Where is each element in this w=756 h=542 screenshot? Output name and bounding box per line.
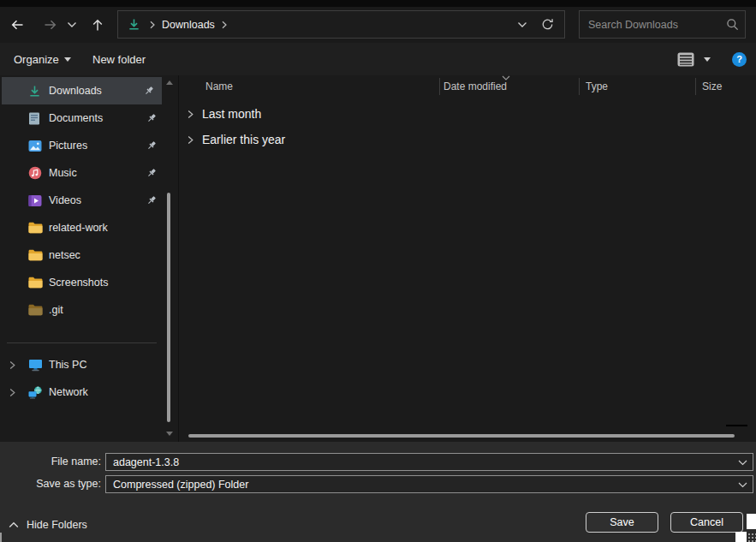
breadcrumb-location[interactable]: Downloads	[162, 19, 215, 31]
chevron-right-icon[interactable]	[187, 110, 194, 119]
chevron-up-icon	[9, 521, 19, 528]
up-button[interactable]	[88, 16, 107, 33]
sidebar-item-label: Documents	[49, 112, 103, 124]
sidebar-item-label: Pictures	[49, 140, 87, 152]
column-separator[interactable]	[579, 78, 580, 95]
column-header-size[interactable]: Size	[702, 80, 722, 92]
column-header-type[interactable]: Type	[586, 80, 608, 92]
folder-icon	[28, 249, 44, 261]
sidebar-item-git[interactable]: .git	[0, 296, 164, 324]
help-button[interactable]: ?	[732, 43, 747, 75]
sidebar-item-label: Videos	[49, 194, 81, 206]
back-arrow-icon	[10, 18, 25, 32]
hide-folders-button[interactable]: Hide Folders	[9, 517, 87, 533]
sidebar-item-downloads[interactable]: Downloads	[2, 77, 162, 104]
pin-icon	[146, 168, 157, 178]
refresh-icon[interactable]	[541, 18, 554, 31]
save-as-type-label: Save as type:	[0, 475, 101, 493]
command-bar: Organize New folder ?	[0, 43, 756, 75]
view-options-dropdown[interactable]	[704, 43, 711, 75]
sidebar-item-screenshots[interactable]: Screenshots	[0, 269, 164, 296]
main-area: Downloads Documents Pictures	[0, 75, 756, 442]
documents-icon	[28, 112, 44, 125]
chevron-right-icon[interactable]	[9, 360, 16, 370]
background-window-artifact	[747, 514, 756, 529]
save-button[interactable]: Save	[586, 512, 658, 533]
file-name-input[interactable]	[113, 456, 734, 468]
sidebar-item-label: netsec	[49, 249, 80, 261]
scrollbar-thumb[interactable]	[167, 193, 170, 422]
background-window-artifact	[0, 533, 2, 542]
file-name-combobox[interactable]	[105, 453, 753, 471]
hidden-folder-icon	[28, 304, 44, 316]
sidebar-item-this-pc[interactable]: This PC	[0, 351, 164, 378]
recent-locations-button[interactable]	[65, 16, 79, 33]
breadcrumb-chevron-icon	[149, 21, 156, 29]
sidebar-item-label: Screenshots	[49, 277, 108, 289]
file-name-label: File name:	[0, 453, 101, 471]
group-row-earlier-this-year[interactable]: Earlier this year	[180, 129, 285, 150]
navigation-toolbar: Downloads	[0, 7, 756, 43]
save-as-type-select[interactable]: Compressed (zipped) Folder	[105, 475, 753, 493]
folder-icon	[28, 277, 44, 289]
group-label: Earlier this year	[202, 133, 285, 146]
pane-divider	[178, 75, 179, 442]
details-view-icon	[677, 52, 694, 67]
cancel-button[interactable]: Cancel	[670, 512, 743, 533]
search-input[interactable]	[588, 19, 726, 31]
organize-button[interactable]: Organize	[14, 43, 71, 75]
address-history-chevron-icon[interactable]	[517, 21, 527, 28]
chevron-down-icon[interactable]	[738, 460, 747, 466]
change-view-button[interactable]	[677, 43, 694, 75]
window-top-edge	[0, 0, 756, 7]
pin-icon	[146, 195, 157, 205]
new-folder-button[interactable]: New folder	[92, 43, 146, 75]
group-row-last-month[interactable]: Last month	[180, 104, 261, 124]
sidebar-item-videos[interactable]: Videos	[0, 187, 164, 214]
up-arrow-icon	[91, 18, 104, 33]
downloads-icon	[28, 85, 44, 98]
scrollbar-end-mark	[726, 425, 747, 426]
sidebar-scrollbar[interactable]	[165, 75, 173, 442]
sidebar-item-netsec[interactable]: netsec	[0, 241, 164, 269]
chevron-down-icon[interactable]	[738, 482, 747, 488]
folder-icon	[28, 222, 44, 234]
chevron-right-icon[interactable]	[9, 388, 16, 397]
sidebar-section-gap	[0, 324, 164, 351]
forward-button[interactable]	[40, 16, 59, 33]
sidebar-separator	[7, 342, 157, 343]
organize-label: Organize	[14, 53, 59, 66]
breadcrumb-chevron-icon[interactable]	[221, 21, 228, 29]
back-button[interactable]	[8, 16, 27, 33]
help-icon: ?	[732, 52, 747, 67]
column-separator[interactable]	[695, 78, 696, 95]
address-bar[interactable]: Downloads	[117, 10, 565, 39]
search-icon[interactable]	[726, 18, 739, 31]
file-list: Name Date modified Type Size Last month …	[180, 75, 756, 442]
horizontal-scrollbar[interactable]	[188, 434, 735, 438]
sidebar-item-documents[interactable]: Documents	[0, 104, 164, 132]
scroll-up-arrow-icon[interactable]	[166, 80, 173, 85]
chevron-right-icon[interactable]	[187, 135, 194, 145]
column-header-name[interactable]: Name	[205, 80, 233, 92]
dialog-footer: File name: Save as type: Compressed (zip…	[0, 442, 756, 542]
music-icon	[28, 166, 44, 180]
sidebar-item-label: This PC	[49, 359, 86, 371]
sidebar-item-related-work[interactable]: related-work	[0, 214, 164, 241]
resize-grip-artifact	[747, 533, 756, 542]
search-box[interactable]	[579, 10, 746, 39]
sidebar-item-pictures[interactable]: Pictures	[0, 132, 164, 159]
sidebar-item-music[interactable]: Music	[0, 159, 164, 187]
column-header-row: Name Date modified Type Size	[180, 75, 756, 98]
this-pc-icon	[28, 359, 44, 372]
save-as-type-value: Compressed (zipped) Folder	[113, 479, 248, 491]
sidebar-item-network[interactable]: Network	[0, 378, 164, 406]
column-separator[interactable]	[439, 78, 440, 95]
videos-icon	[28, 194, 44, 207]
navigation-sidebar: Downloads Documents Pictures	[0, 75, 164, 442]
column-header-date-modified[interactable]: Date modified	[443, 80, 507, 92]
pin-icon	[146, 140, 157, 151]
pictures-icon	[28, 140, 44, 152]
pin-icon	[144, 86, 154, 96]
scroll-down-arrow-icon[interactable]	[166, 432, 173, 436]
